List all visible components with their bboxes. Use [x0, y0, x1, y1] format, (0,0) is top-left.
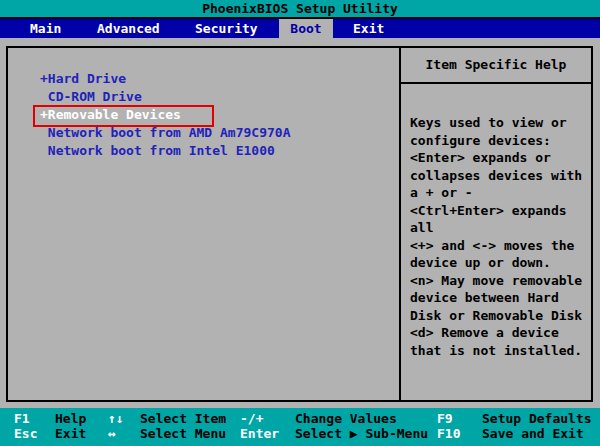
label-select-menu: Select Menu — [140, 426, 226, 441]
key-legend-row1: F1 Help ↑↓ Select Item -/+ Change Values… — [0, 411, 600, 426]
key-esc: Esc — [14, 426, 37, 441]
key-legend-bar: F1 Help ↑↓ Select Item -/+ Change Values… — [0, 408, 600, 446]
key-f1: F1 — [14, 411, 30, 426]
label-select-item: Select Item — [140, 411, 226, 426]
key-f9: F9 — [437, 411, 453, 426]
key-minus-plus: -/+ — [240, 411, 263, 426]
tab-main[interactable]: Main — [30, 19, 61, 38]
help-line: <Ctrl+Enter> expands — [410, 202, 587, 220]
window-title: PhoenixBIOS Setup Utility — [0, 0, 600, 19]
boot-item-hard-drive[interactable]: +Hard Drive — [40, 70, 290, 88]
help-line: device between Hard — [410, 289, 587, 307]
label-exit: Exit — [55, 426, 86, 441]
tab-boot-active[interactable]: Boot — [279, 19, 333, 38]
help-line: device up or down. — [410, 254, 587, 272]
boot-item-network-amd[interactable]: Network boot from AMD Am79C970A — [40, 124, 290, 142]
help-pane-title: Item Specific Help — [401, 48, 591, 84]
help-line: <d> Remove a device — [410, 324, 587, 342]
key-enter: Enter — [240, 426, 279, 441]
help-line: configure devices: — [410, 132, 587, 150]
help-line: <Enter> expands or — [410, 149, 587, 167]
help-line: a + or - — [410, 184, 587, 202]
boot-item-removable-devices[interactable]: +Removable Devices — [40, 106, 290, 124]
tab-advanced[interactable]: Advanced — [97, 19, 160, 38]
help-line: Disk or Removable Disk — [410, 307, 587, 325]
tab-security[interactable]: Security — [195, 19, 258, 38]
help-line: Keys used to view or — [410, 114, 587, 132]
key-legend-row2: Esc Exit ↔ Select Menu Enter Select ▶ Su… — [0, 426, 600, 441]
boot-item-cdrom-drive[interactable]: CD-ROM Drive — [40, 88, 290, 106]
label-help: Help — [55, 411, 86, 426]
help-line: collapses devices with — [410, 167, 587, 185]
help-line: that is not installed. — [410, 342, 587, 360]
key-f10: F10 — [437, 426, 460, 441]
label-change-values: Change Values — [295, 411, 397, 426]
tab-exit[interactable]: Exit — [353, 19, 384, 38]
key-updown-icon: ↑↓ — [108, 411, 124, 426]
bios-setup-screen: PhoenixBIOS Setup Utility Main Advanced … — [0, 0, 600, 446]
key-leftright-icon: ↔ — [108, 426, 116, 441]
boot-item-network-intel[interactable]: Network boot from Intel E1000 — [40, 142, 290, 160]
help-line: <+> and <-> moves the — [410, 237, 587, 255]
help-pane: Item Specific Help Keys used to view or … — [399, 46, 593, 402]
label-select-submenu: Select ▶ Sub-Menu — [295, 426, 428, 441]
menu-bar: Main Advanced Security Boot Exit — [0, 19, 600, 38]
label-save-and-exit: Save and Exit — [482, 426, 584, 441]
help-pane-text: Keys used to view or configure devices: … — [401, 84, 591, 359]
help-line: all — [410, 219, 587, 237]
label-setup-defaults: Setup Defaults — [482, 411, 592, 426]
help-line: <n> May move removable — [410, 272, 587, 290]
boot-device-list: +Hard Drive CD-ROM Drive +Removable Devi… — [40, 70, 290, 160]
